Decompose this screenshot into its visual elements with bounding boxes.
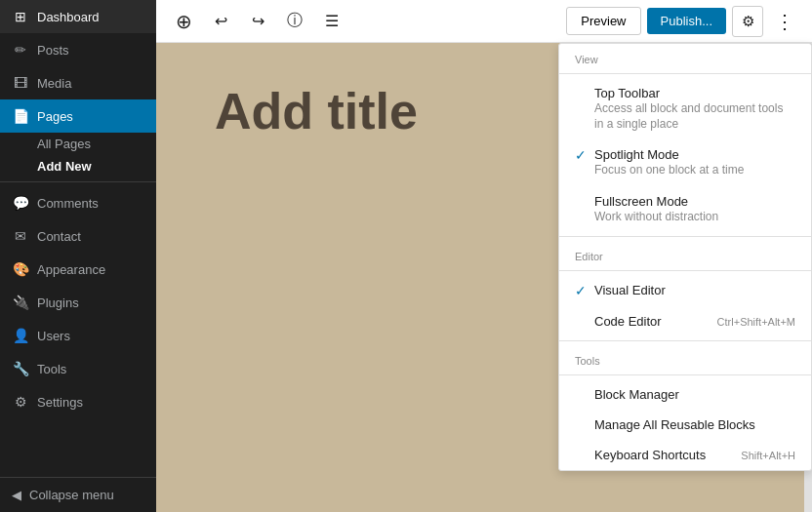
editor-title-placeholder[interactable]: Add title	[215, 82, 418, 140]
users-icon: 👤	[12, 327, 29, 344]
manage-reusable-title: Manage All Reusable Blocks	[594, 417, 795, 432]
sidebar-label-posts: Posts	[37, 43, 69, 58]
sidebar-label-pages: Pages	[37, 109, 73, 124]
code-editor-title: Code Editor	[594, 314, 710, 329]
top-toolbar-desc: Access all block and document tools in a…	[594, 101, 795, 132]
info-icon: ⓘ	[287, 11, 303, 31]
document-settings-button[interactable]: ⚙	[732, 6, 763, 37]
more-dots-icon: ⋮	[775, 10, 794, 33]
dropdown-item-spotlight[interactable]: ✓ Spotlight Mode Focus on one block at a…	[559, 139, 811, 186]
dropdown-divider-4	[559, 340, 811, 341]
dropdown-item-manage-reusable[interactable]: Manage All Reusable Blocks	[559, 410, 811, 440]
redo-icon: ↪	[252, 12, 264, 30]
spotlight-desc: Focus on one block at a time	[594, 163, 795, 178]
main-content: ⊕ ↩ ↪ ⓘ ☰ Preview Publish... ⚙	[156, 0, 812, 512]
contact-icon: ✉	[12, 227, 29, 245]
spotlight-check: ✓	[575, 147, 590, 163]
preview-button[interactable]: Preview	[566, 7, 640, 35]
publish-button[interactable]: Publish...	[647, 8, 726, 34]
media-icon: 🎞	[12, 74, 29, 92]
spotlight-title: Spotlight Mode	[594, 147, 795, 162]
dropdown-item-fullscreen[interactable]: Fullscreen Mode Work without distraction	[559, 186, 811, 233]
sidebar-divider	[0, 181, 156, 182]
undo-icon: ↩	[215, 12, 227, 30]
dashboard-icon: ⊞	[12, 8, 29, 25]
dropdown-item-visual-editor[interactable]: ✓ Visual Editor	[559, 275, 811, 306]
info-button[interactable]: ⓘ	[279, 6, 310, 37]
sidebar-item-tools[interactable]: 🔧 Tools	[0, 352, 156, 385]
sidebar-label-contact: Contact	[37, 229, 81, 244]
tools-section-label: Tools	[559, 345, 811, 371]
sidebar-item-settings[interactable]: ⚙ Settings	[0, 385, 156, 418]
fullscreen-title: Fullscreen Mode	[594, 194, 795, 209]
editor-section-label: Editor	[559, 241, 811, 266]
settings-gear-icon: ⚙	[742, 13, 754, 30]
toolbar-right: Preview Publish... ⚙ ⋮	[566, 6, 800, 37]
dropdown-divider-5	[559, 374, 811, 375]
visual-editor-title: Visual Editor	[594, 283, 795, 297]
add-block-icon: ⊕	[176, 10, 192, 33]
view-options-dropdown: View Top Toolbar Access all block and do…	[558, 43, 812, 471]
sidebar-label-comments: Comments	[37, 196, 99, 211]
undo-button[interactable]: ↩	[205, 6, 236, 37]
settings-icon: ⚙	[12, 393, 29, 411]
sidebar-label-appearance: Appearance	[37, 262, 105, 277]
keyboard-shortcuts-title: Keyboard Shortcuts	[594, 448, 733, 462]
sidebar-sub-all-pages[interactable]: All Pages	[0, 133, 156, 155]
comments-icon: 💬	[12, 194, 29, 212]
sidebar-item-comments[interactable]: 💬 Comments	[0, 186, 156, 219]
redo-button[interactable]: ↪	[242, 6, 273, 37]
plugins-icon: 🔌	[12, 294, 29, 311]
dropdown-divider-1	[559, 73, 811, 74]
dropdown-divider-2	[559, 236, 811, 237]
dropdown-item-block-manager[interactable]: Block Manager	[559, 379, 811, 410]
sidebar-item-media[interactable]: 🎞 Media	[0, 66, 156, 99]
sidebar-label-tools: Tools	[37, 362, 66, 376]
collapse-icon: ◀	[12, 488, 21, 502]
sidebar-label-media: Media	[37, 76, 71, 91]
list-view-button[interactable]: ☰	[316, 6, 347, 37]
top-toolbar: ⊕ ↩ ↪ ⓘ ☰ Preview Publish... ⚙	[156, 0, 812, 43]
sidebar-label-dashboard: Dashboard	[37, 10, 100, 24]
keyboard-shortcuts-shortcut: Shift+Alt+H	[741, 450, 795, 461]
appearance-icon: 🎨	[12, 260, 29, 278]
toolbar-left: ⊕ ↩ ↪ ⓘ ☰	[168, 6, 347, 37]
top-toolbar-title: Top Toolbar	[594, 86, 795, 100]
sidebar-item-dashboard[interactable]: ⊞ Dashboard	[0, 0, 156, 33]
sidebar-item-appearance[interactable]: 🎨 Appearance	[0, 253, 156, 286]
visual-editor-check: ✓	[575, 283, 590, 298]
fullscreen-desc: Work without distraction	[594, 210, 795, 225]
sidebar-label-settings: Settings	[37, 395, 83, 410]
pages-icon: 📄	[12, 107, 29, 125]
sidebar-item-plugins[interactable]: 🔌 Plugins	[0, 286, 156, 319]
dropdown-item-keyboard-shortcuts[interactable]: Keyboard Shortcuts Shift+Alt+H	[559, 440, 811, 470]
sidebar-item-posts[interactable]: ✏ Posts	[0, 33, 156, 66]
dropdown-divider-3	[559, 270, 811, 271]
view-section-label: View	[559, 44, 811, 69]
sidebar: ⊞ Dashboard ✏ Posts 🎞 Media 📄 Pages All …	[0, 0, 156, 512]
dropdown-item-code-editor[interactable]: Code Editor Ctrl+Shift+Alt+M	[559, 306, 811, 336]
sidebar-item-pages[interactable]: 📄 Pages	[0, 99, 156, 133]
sidebar-label-plugins: Plugins	[37, 295, 79, 310]
tools-icon: 🔧	[12, 360, 29, 377]
collapse-menu-button[interactable]: ◀ Collapse menu	[0, 477, 156, 512]
block-manager-title: Block Manager	[594, 387, 795, 402]
sidebar-item-contact[interactable]: ✉ Contact	[0, 219, 156, 253]
list-view-icon: ☰	[325, 12, 339, 30]
more-options-button[interactable]: ⋮	[769, 6, 800, 37]
posts-icon: ✏	[12, 41, 29, 59]
add-block-button[interactable]: ⊕	[168, 6, 199, 37]
code-editor-shortcut: Ctrl+Shift+Alt+M	[717, 316, 795, 328]
sidebar-item-users[interactable]: 👤 Users	[0, 319, 156, 352]
sidebar-sub-add-new[interactable]: Add New	[0, 155, 156, 177]
sidebar-label-users: Users	[37, 329, 70, 343]
dropdown-item-top-toolbar[interactable]: Top Toolbar Access all block and documen…	[559, 78, 811, 139]
